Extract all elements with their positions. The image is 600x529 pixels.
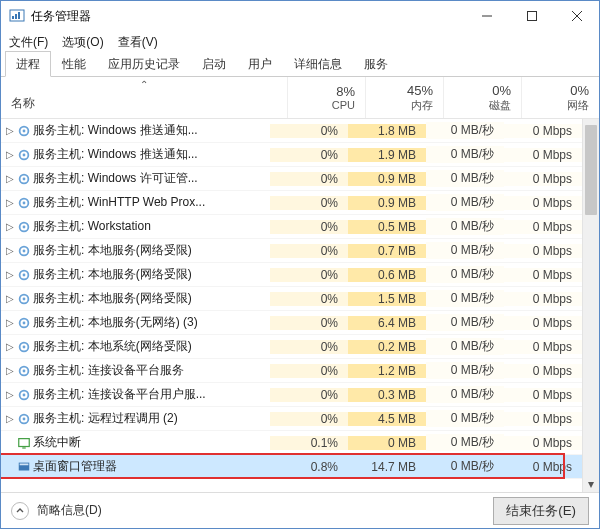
tab-4[interactable]: 用户: [237, 51, 283, 76]
tab-1[interactable]: 性能: [51, 51, 97, 76]
end-task-button[interactable]: 结束任务(E): [493, 497, 589, 525]
column-disk[interactable]: 0% 磁盘: [443, 77, 521, 118]
menu-file[interactable]: 文件(F): [9, 34, 48, 51]
process-row[interactable]: 系统中断0.1%0 MB0 MB/秒0 Mbps: [1, 431, 582, 455]
expand-icon[interactable]: ▷: [1, 341, 15, 352]
process-name: 服务主机: Windows 许可证管...: [33, 170, 270, 187]
cell-cpu: 0%: [270, 268, 348, 282]
process-row[interactable]: ▷服务主机: Windows 许可证管...0%0.9 MB0 MB/秒0 Mb…: [1, 167, 582, 191]
cell-memory: 1.8 MB: [348, 124, 426, 138]
process-name: 服务主机: 本地服务(网络受限): [33, 266, 270, 283]
cell-disk: 0 MB/秒: [426, 266, 504, 283]
svg-rect-1: [12, 16, 14, 19]
fewer-details-link[interactable]: 简略信息(D): [37, 502, 102, 519]
svg-rect-3: [18, 12, 20, 19]
process-icon: [15, 148, 33, 162]
svg-rect-35: [22, 447, 26, 448]
svg-point-31: [23, 393, 26, 396]
cell-cpu: 0.1%: [270, 436, 348, 450]
close-button[interactable]: [554, 1, 599, 31]
minimize-button[interactable]: [464, 1, 509, 31]
column-name[interactable]: ⌃ 名称: [1, 77, 287, 118]
process-name: 服务主机: 远程过程调用 (2): [33, 410, 270, 427]
cell-memory: 0.7 MB: [348, 244, 426, 258]
cell-cpu: 0.8%: [270, 460, 348, 474]
sort-indicator-icon: ⌃: [140, 79, 148, 90]
process-name: 系统中断: [33, 434, 270, 451]
svg-point-17: [23, 225, 26, 228]
scroll-down-icon[interactable]: ▾: [583, 475, 599, 492]
process-row[interactable]: ▷服务主机: 本地服务(网络受限)0%0.7 MB0 MB/秒0 Mbps: [1, 239, 582, 263]
expand-icon[interactable]: ▷: [1, 389, 15, 400]
titlebar[interactable]: 任务管理器: [1, 1, 599, 31]
svg-point-29: [23, 369, 26, 372]
process-row[interactable]: ▷服务主机: WinHTTP Web Prox...0%0.9 MB0 MB/秒…: [1, 191, 582, 215]
scroll-thumb[interactable]: [585, 125, 597, 215]
expand-icon[interactable]: ▷: [1, 173, 15, 184]
tab-6[interactable]: 服务: [353, 51, 399, 76]
expand-icon[interactable]: ▷: [1, 269, 15, 280]
menu-options[interactable]: 选项(O): [62, 34, 103, 51]
cell-network: 0 Mbps: [504, 268, 582, 282]
process-icon: [15, 196, 33, 210]
process-icon: [15, 340, 33, 354]
expand-icon[interactable]: ▷: [1, 293, 15, 304]
process-icon: [15, 244, 33, 258]
tab-0[interactable]: 进程: [5, 51, 51, 77]
process-row[interactable]: 桌面窗口管理器0.8%14.7 MB0 MB/秒0 Mbps: [1, 455, 582, 479]
process-icon: [15, 172, 33, 186]
expand-icon[interactable]: ▷: [1, 197, 15, 208]
cell-network: 0 Mbps: [504, 364, 582, 378]
column-cpu[interactable]: 8% CPU: [287, 77, 365, 118]
collapse-icon[interactable]: [11, 502, 29, 520]
tab-2[interactable]: 应用历史记录: [97, 51, 191, 76]
column-network[interactable]: 0% 网络: [521, 77, 599, 118]
process-row[interactable]: ▷服务主机: 本地服务(网络受限)0%0.6 MB0 MB/秒0 Mbps: [1, 263, 582, 287]
process-row[interactable]: ▷服务主机: 本地服务(无网络) (3)0%6.4 MB0 MB/秒0 Mbps: [1, 311, 582, 335]
tab-5[interactable]: 详细信息: [283, 51, 353, 76]
cell-disk: 0 MB/秒: [426, 434, 504, 451]
expand-icon[interactable]: ▷: [1, 317, 15, 328]
process-row[interactable]: ▷服务主机: Windows 推送通知...0%1.9 MB0 MB/秒0 Mb…: [1, 143, 582, 167]
tab-bar: 进程性能应用历史记录启动用户详细信息服务: [1, 53, 599, 77]
process-icon: [15, 436, 33, 450]
process-name: 服务主机: Windows 推送通知...: [33, 146, 270, 163]
cell-network: 0 Mbps: [504, 220, 582, 234]
process-row[interactable]: ▷服务主机: 连接设备平台服务0%1.2 MB0 MB/秒0 Mbps: [1, 359, 582, 383]
app-icon: [9, 8, 25, 24]
process-row[interactable]: ▷服务主机: 远程过程调用 (2)0%4.5 MB0 MB/秒0 Mbps: [1, 407, 582, 431]
cell-cpu: 0%: [270, 148, 348, 162]
cell-disk: 0 MB/秒: [426, 458, 504, 475]
expand-icon[interactable]: ▷: [1, 221, 15, 232]
cell-memory: 1.2 MB: [348, 364, 426, 378]
column-headers: ⌃ 名称 8% CPU 45% 内存 0% 磁盘 0% 网络: [1, 77, 599, 119]
tab-3[interactable]: 启动: [191, 51, 237, 76]
cell-memory: 0.3 MB: [348, 388, 426, 402]
process-row[interactable]: ▷服务主机: 本地系统(网络受限)0%0.2 MB0 MB/秒0 Mbps: [1, 335, 582, 359]
cell-memory: 0.2 MB: [348, 340, 426, 354]
task-manager-window: 任务管理器 文件(F) 选项(O) 查看(V) 进程性能应用历史记录启动用户详细…: [0, 0, 600, 529]
cell-network: 0 Mbps: [504, 244, 582, 258]
expand-icon[interactable]: ▷: [1, 245, 15, 256]
cell-disk: 0 MB/秒: [426, 410, 504, 427]
process-icon: [15, 220, 33, 234]
expand-icon[interactable]: ▷: [1, 365, 15, 376]
expand-icon[interactable]: ▷: [1, 125, 15, 136]
process-icon: [15, 460, 33, 474]
vertical-scrollbar[interactable]: ▴ ▾: [582, 119, 599, 492]
maximize-button[interactable]: [509, 1, 554, 31]
process-icon: [15, 412, 33, 426]
process-row[interactable]: ▷服务主机: Workstation0%0.5 MB0 MB/秒0 Mbps: [1, 215, 582, 239]
expand-icon[interactable]: ▷: [1, 413, 15, 424]
cell-cpu: 0%: [270, 388, 348, 402]
process-name: 服务主机: 本地服务(无网络) (3): [33, 314, 270, 331]
process-row[interactable]: ▷服务主机: 连接设备平台用户服...0%0.3 MB0 MB/秒0 Mbps: [1, 383, 582, 407]
cell-memory: 0.9 MB: [348, 172, 426, 186]
process-icon: [15, 388, 33, 402]
menu-view[interactable]: 查看(V): [118, 34, 158, 51]
cell-disk: 0 MB/秒: [426, 362, 504, 379]
process-row[interactable]: ▷服务主机: 本地服务(网络受限)0%1.5 MB0 MB/秒0 Mbps: [1, 287, 582, 311]
process-row[interactable]: ▷服务主机: Windows 推送通知...0%1.8 MB0 MB/秒0 Mb…: [1, 119, 582, 143]
column-memory[interactable]: 45% 内存: [365, 77, 443, 118]
expand-icon[interactable]: ▷: [1, 149, 15, 160]
